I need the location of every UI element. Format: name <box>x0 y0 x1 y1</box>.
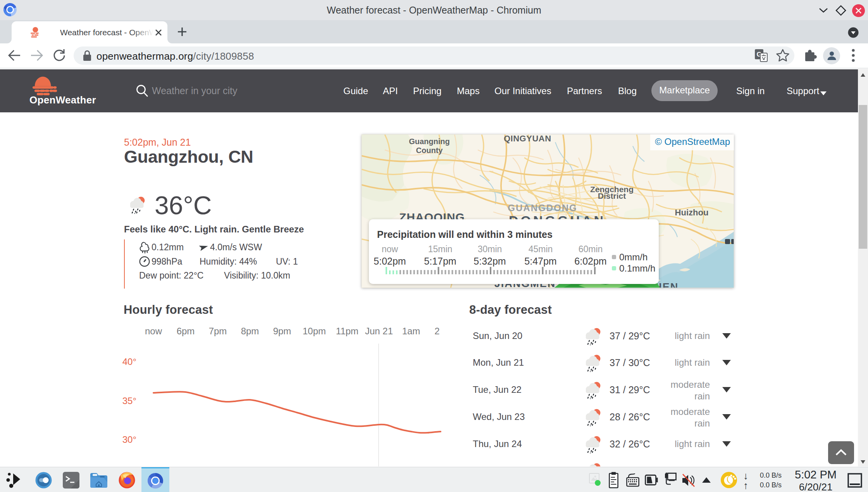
svg-text:District: District <box>598 191 626 200</box>
svg-text:GUANGDONG: GUANGDONG <box>508 203 577 213</box>
svg-text:QINGYUAN: QINGYUAN <box>504 134 551 143</box>
svg-text:Guangning: Guangning <box>409 137 450 146</box>
svg-text:County: County <box>416 146 443 155</box>
svg-text:Huizhou: Huizhou <box>675 208 709 217</box>
